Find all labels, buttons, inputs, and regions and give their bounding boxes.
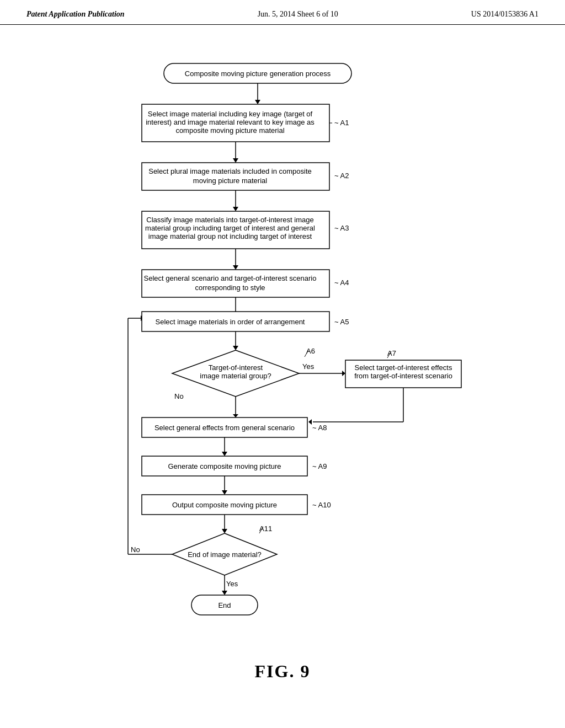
- svg-marker-57: [233, 414, 238, 417]
- svg-text:~ A2: ~ A2: [334, 172, 349, 180]
- svg-text:Select target-of-interest effe: Select target-of-interest effects: [355, 363, 452, 372]
- svg-text:~ A5: ~ A5: [334, 318, 349, 326]
- svg-marker-72: [222, 529, 227, 533]
- svg-text:Select general scenario and ta: Select general scenario and target-of-in…: [144, 274, 317, 282]
- svg-text:~ A3: ~ A3: [334, 224, 349, 232]
- svg-text:~ A8: ~ A8: [312, 424, 327, 432]
- page-header: Patent Application Publication Jun. 5, 2…: [0, 0, 565, 25]
- svg-text:Composite moving picture gener: Composite moving picture generation proc…: [185, 69, 331, 78]
- svg-text:Generate composite moving pict: Generate composite moving picture: [168, 462, 281, 470]
- svg-text:material group including targe: material group including target of inter…: [145, 224, 315, 232]
- svg-text:Select image materials in orde: Select image materials in order of arran…: [156, 318, 305, 326]
- svg-text:A11: A11: [259, 524, 272, 533]
- svg-text:~ A4: ~ A4: [334, 279, 349, 287]
- svg-text:Yes: Yes: [226, 580, 238, 588]
- svg-text:~ A10: ~ A10: [312, 501, 331, 509]
- svg-marker-3: [255, 100, 260, 104]
- svg-marker-54: [308, 419, 312, 425]
- svg-marker-67: [222, 490, 227, 495]
- svg-text:image material group not inclu: image material group not including targe…: [148, 232, 312, 240]
- svg-text:Select general effects from ge: Select general effects from general scen…: [154, 424, 295, 432]
- figure-label: FIG. 9: [255, 661, 311, 682]
- header-patent-number: US 2014/0153836 A1: [471, 10, 539, 19]
- flowchart-svg: text { font-family: Arial, sans-serif; f…: [62, 58, 503, 654]
- svg-text:image material group?: image material group?: [200, 372, 271, 380]
- svg-text:Select image material includin: Select image material including key imag…: [148, 110, 313, 118]
- svg-text:from target-of-interest scenar: from target-of-interest scenario: [354, 372, 452, 380]
- flowchart-container: text { font-family: Arial, sans-serif; f…: [62, 58, 503, 656]
- svg-marker-11: [233, 158, 238, 163]
- svg-marker-45: [342, 371, 345, 376]
- svg-marker-24: [233, 265, 238, 270]
- svg-marker-78: [222, 591, 227, 595]
- svg-text:~ A9: ~ A9: [312, 462, 327, 470]
- svg-text:corresponding to style: corresponding to style: [195, 283, 265, 292]
- svg-text:Classify image materials into : Classify image materials into target-of-…: [146, 216, 313, 224]
- svg-text:Target-of-interest: Target-of-interest: [209, 363, 263, 372]
- svg-text:interest) and image material r: interest) and image material relevant to…: [146, 118, 315, 126]
- header-date-sheet: Jun. 5, 2014 Sheet 6 of 10: [258, 10, 338, 19]
- svg-marker-17: [233, 207, 238, 211]
- diagram-area: text { font-family: Arial, sans-serif; f…: [0, 25, 565, 682]
- svg-text:moving picture material: moving picture material: [193, 176, 267, 185]
- svg-text:~ A1: ~ A1: [334, 119, 349, 127]
- svg-text:composite moving picture mater: composite moving picture material: [175, 126, 284, 135]
- svg-marker-62: [222, 452, 227, 456]
- svg-marker-38: [233, 346, 238, 350]
- svg-text:End of image material?: End of image material?: [188, 550, 262, 559]
- svg-text:A6: A6: [306, 347, 315, 355]
- svg-text:No: No: [131, 545, 140, 554]
- svg-text:Yes: Yes: [302, 362, 315, 371]
- svg-text:End: End: [218, 601, 231, 609]
- svg-text:No: No: [174, 392, 184, 400]
- svg-text:Select plural image materials : Select plural image materials included i…: [148, 167, 312, 175]
- svg-text:Output composite moving pictur: Output composite moving picture: [172, 501, 277, 509]
- header-publication-label: Patent Application Publication: [26, 10, 125, 19]
